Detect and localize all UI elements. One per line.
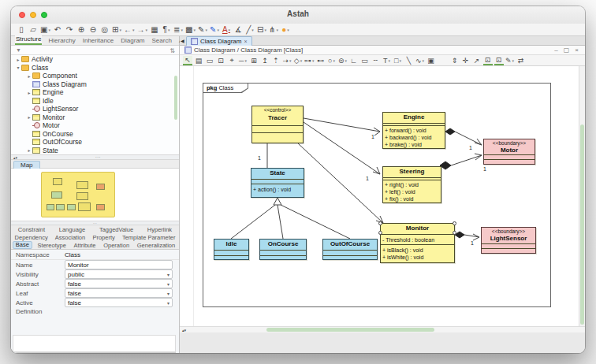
operation-compartment[interactable]: [482, 248, 535, 253]
property-tab[interactable]: Constraint: [16, 226, 47, 233]
diagram-canvas[interactable]: pkg Class <<control>> Tracer: [180, 66, 579, 326]
left-panel-tab[interactable]: Diagram: [120, 37, 145, 45]
class-oncourse[interactable]: OnCourse: [259, 239, 307, 260]
class-idle[interactable]: Idle: [214, 239, 249, 260]
property-field[interactable]: Monitor ▾: [65, 260, 173, 269]
tab-class-diagram[interactable]: Class Diagram ×: [186, 36, 252, 46]
frame-minimize-button[interactable]: –: [554, 46, 557, 54]
tab-close-icon[interactable]: ×: [244, 39, 247, 44]
operation-compartment[interactable]: + action() : void: [251, 184, 304, 197]
pin-tool-icon[interactable]: ⌖: [227, 56, 237, 65]
tree-item[interactable]: OutOfCourse: [11, 138, 179, 147]
operation-compartment[interactable]: [484, 159, 535, 164]
group-icon[interactable]: ▩: [185, 24, 196, 35]
property-tab[interactable]: Language: [57, 226, 88, 233]
tree-expand-icon[interactable]: ▸: [26, 90, 32, 95]
left-panel-tab[interactable]: Inheritance: [82, 37, 115, 45]
text-tool-icon[interactable]: T: [382, 56, 392, 65]
tree-item[interactable]: OnCourse: [11, 130, 179, 139]
class-tracer[interactable]: <<control>> Tracer: [251, 106, 304, 143]
tree-item[interactable]: Motor: [11, 121, 179, 130]
image-tool-icon[interactable]: ▣: [427, 56, 436, 65]
open-icon[interactable]: ▱: [28, 24, 38, 35]
property-field[interactable]: false ▾: [65, 298, 173, 307]
operation-compartment[interactable]: + isBlack() : void + isWhite() : void: [381, 244, 454, 262]
vertical-scrollbar-thumb[interactable]: [580, 124, 584, 325]
association-class-tool-icon[interactable]: ⊞: [249, 56, 259, 65]
operation[interactable]: + isBlack() : void: [381, 247, 454, 254]
property-tab[interactable]: TaggedValue: [97, 226, 136, 233]
structure-tree[interactable]: ▸ Activity ▾ Class ▸ Component: [11, 55, 179, 154]
package-tool-icon[interactable]: ▭: [205, 56, 214, 65]
pane-collapse-button[interactable]: ▼: [13, 352, 176, 353]
move-tool-icon[interactable]: ✛: [461, 56, 471, 65]
class-monitor[interactable]: Monitor - Threshold : boolean + isBlack(…: [380, 223, 455, 263]
property-tab[interactable]: Stereotype: [35, 242, 69, 249]
instance-tool-icon[interactable]: ○: [327, 56, 337, 65]
selection-handle[interactable]: [453, 221, 456, 225]
operation[interactable]: + right() : void: [383, 181, 441, 188]
class-outofcourse[interactable]: OutOfCourse: [322, 239, 378, 260]
fit-height-icon[interactable]: ⇕: [450, 56, 460, 65]
containment-tool-icon[interactable]: ∟: [349, 56, 359, 65]
panel-splitter[interactable]: ▴▾ ⋯: [11, 154, 179, 160]
diagram-list-icon[interactable]: ▦: [150, 24, 159, 35]
property-tab[interactable]: Association: [53, 234, 88, 241]
tree-expand-icon[interactable]: ▸: [26, 147, 32, 153]
zoom-in-icon[interactable]: ⊕: [76, 24, 86, 35]
dependency-tool-icon[interactable]: ⇢: [282, 56, 292, 65]
property-tab[interactable]: Hyperlink: [145, 226, 174, 233]
freehand-tool-icon[interactable]: ∿: [415, 56, 425, 65]
operation[interactable]: + backward() : void: [383, 134, 445, 141]
splitter-arrows-icon[interactable]: ▴▾: [182, 328, 186, 332]
vertical-scrollbar[interactable]: [579, 66, 585, 326]
operation-compartment[interactable]: [214, 255, 248, 259]
operation[interactable]: + isWhite() : void: [381, 254, 454, 261]
multiplicity-label[interactable]: 1: [469, 145, 472, 150]
multiplicity-label[interactable]: 1: [483, 166, 486, 172]
operation[interactable]: + action() : void: [251, 186, 304, 193]
property-field[interactable]: false ▾: [65, 279, 173, 288]
angle-icon[interactable]: ∡: [233, 24, 243, 35]
tree-layout-icon[interactable]: ⊟: [257, 24, 266, 35]
undo-icon[interactable]: ↶: [53, 24, 62, 35]
title-bar[interactable]: Astah: [11, 6, 585, 24]
property-tab[interactable]: Attribute: [72, 242, 99, 249]
minimap[interactable]: [41, 172, 115, 217]
frame-close-button[interactable]: ×: [575, 46, 579, 54]
property-tab[interactable]: Generalization: [135, 242, 177, 249]
line-style-icon[interactable]: ╱: [245, 24, 255, 35]
multiplicity-label[interactable]: 1: [366, 176, 369, 181]
tree-scrollbar[interactable]: [174, 76, 177, 120]
swap-icon[interactable]: ⇄: [516, 56, 526, 65]
operation-compartment[interactable]: [323, 255, 377, 259]
property-tab[interactable]: Operation: [101, 242, 132, 249]
tree-expand-icon[interactable]: ▾: [15, 65, 21, 70]
back-icon[interactable]: ←: [124, 24, 135, 35]
tree-item[interactable]: Class Diagram: [11, 80, 179, 89]
aggregation-tool-icon[interactable]: ◇: [293, 56, 303, 65]
tree-item[interactable]: LightSensor: [11, 105, 179, 113]
save-icon[interactable]: ▣: [40, 24, 50, 35]
left-panel-tab[interactable]: Structure: [15, 35, 42, 45]
note-anchor-tool-icon[interactable]: ╌: [371, 56, 381, 65]
select-tool-icon[interactable]: ↖: [183, 56, 192, 65]
operation[interactable]: + fix() : void: [383, 195, 441, 202]
operation-compartment[interactable]: [252, 132, 303, 143]
class-state[interactable]: State + action() : void: [251, 168, 304, 198]
draw-suggest-icon[interactable]: ✎: [505, 56, 515, 65]
property-field[interactable]: public ▾: [65, 269, 173, 279]
sort-icon[interactable]: ⇅: [169, 47, 175, 54]
tree-expand-icon[interactable]: ▸: [15, 57, 21, 62]
frame-restore-button[interactable]: ▢: [564, 46, 570, 54]
property-tab[interactable]: Base: [13, 241, 32, 249]
class-lightsensor[interactable]: <<boundary>> LightSensor: [481, 227, 536, 254]
operation-compartment[interactable]: [260, 255, 306, 259]
font-color-icon[interactable]: A: [222, 24, 231, 35]
operation[interactable]: + forward() : void: [383, 127, 445, 134]
selection-handle[interactable]: [378, 221, 382, 225]
operation[interactable]: + brake() : void: [383, 141, 445, 148]
stamp-icon[interactable]: ✎: [198, 24, 207, 35]
class-motor[interactable]: <<boundary>> Motor: [483, 139, 535, 165]
multiplicity-label[interactable]: 1: [258, 155, 261, 161]
